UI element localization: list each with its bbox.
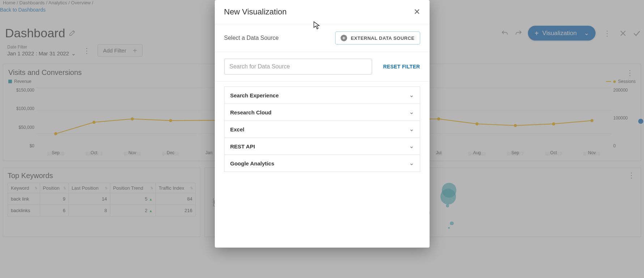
close-icon[interactable]: ✕ bbox=[414, 7, 420, 17]
data-source-item[interactable]: Excel⌄ bbox=[224, 121, 420, 138]
chevron-down-icon: ⌄ bbox=[409, 143, 414, 149]
data-source-item[interactable]: Google Analytics⌄ bbox=[224, 155, 420, 172]
external-data-source-button[interactable]: + EXTERNAL DATA SOURCE bbox=[335, 31, 420, 45]
circle-plus-icon: + bbox=[341, 35, 347, 41]
chevron-down-icon: ⌄ bbox=[409, 126, 414, 132]
select-data-source-label: Select a Data Source bbox=[224, 35, 279, 41]
new-visualization-modal: New Visualization ✕ Select a Data Source… bbox=[215, 0, 430, 248]
chevron-down-icon: ⌄ bbox=[409, 109, 414, 115]
search-data-source-input[interactable] bbox=[224, 59, 372, 75]
data-source-item[interactable]: Research Cloud⌄ bbox=[224, 104, 420, 121]
reset-filter-link[interactable]: RESET FILTER bbox=[383, 64, 420, 70]
data-source-label: Search Experience bbox=[230, 92, 279, 98]
modal-title: New Visualization bbox=[224, 7, 287, 17]
data-source-label: Google Analytics bbox=[230, 160, 274, 167]
data-source-label: Research Cloud bbox=[230, 109, 272, 115]
chevron-down-icon: ⌄ bbox=[409, 160, 414, 167]
external-data-source-label: EXTERNAL DATA SOURCE bbox=[351, 35, 414, 41]
data-source-label: REST API bbox=[230, 143, 255, 149]
chevron-down-icon: ⌄ bbox=[409, 92, 414, 98]
data-source-item[interactable]: Search Experience⌄ bbox=[224, 87, 420, 104]
data-source-item[interactable]: REST API⌄ bbox=[224, 138, 420, 155]
data-source-label: Excel bbox=[230, 126, 244, 132]
